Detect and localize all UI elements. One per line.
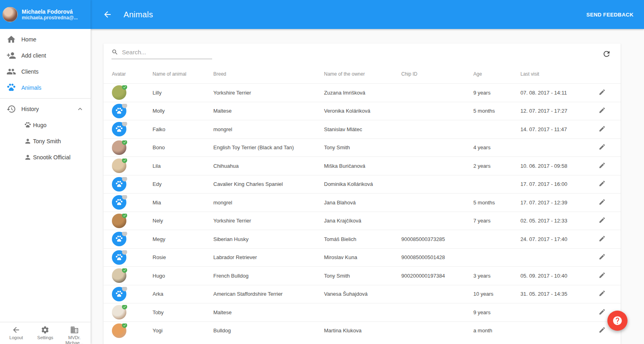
animal-avatar-cell bbox=[112, 104, 153, 118]
edit-row-button[interactable] bbox=[599, 162, 606, 169]
card-toolbar bbox=[103, 43, 621, 64]
search-box[interactable] bbox=[111, 49, 212, 59]
cell-animal-name: Yogi bbox=[153, 328, 213, 334]
cell-last-visit: 05. 09. 2017 - 10:40 bbox=[520, 273, 599, 279]
help-fab-button[interactable] bbox=[607, 311, 627, 331]
search-input[interactable] bbox=[122, 49, 202, 56]
cell-animal-name: Nely bbox=[153, 218, 213, 224]
edit-row-button[interactable] bbox=[599, 198, 606, 206]
cell-age: 10 years bbox=[473, 291, 520, 297]
settings-button[interactable]: Settings bbox=[31, 325, 60, 344]
user-profile[interactable]: Michaela Fodorová michaela.prostredna@..… bbox=[0, 0, 91, 29]
history-item-tony-smith[interactable]: Tony Smith bbox=[0, 133, 91, 149]
table-row[interactable]: Megy Siberian Husky Tomáš Bielich 900085… bbox=[103, 230, 621, 248]
edit-row-button[interactable] bbox=[599, 272, 606, 279]
cell-animal-name: Megy bbox=[153, 236, 213, 242]
edit-row-button[interactable] bbox=[599, 235, 606, 242]
user-avatar bbox=[2, 7, 18, 22]
cell-age: 9 years bbox=[473, 90, 520, 96]
edit-row-button[interactable] bbox=[599, 253, 606, 260]
history-item-label: Snootik Official bbox=[33, 154, 70, 161]
user-name: Michaela Fodorová bbox=[22, 8, 78, 15]
table-row[interactable]: Lila Chihuahua Miška Buričanová 2 years … bbox=[103, 157, 621, 175]
cell-chip-id: 900085000373285 bbox=[401, 236, 473, 242]
sidebar-item-history[interactable]: History bbox=[0, 101, 91, 117]
cell-age: 7 years bbox=[473, 218, 520, 224]
send-feedback-button[interactable]: SEND FEEDBACK bbox=[584, 8, 636, 22]
edit-row-button[interactable] bbox=[599, 326, 606, 334]
footer-button-label: Settings bbox=[32, 335, 58, 340]
user-profile-text: Michaela Fodorová michaela.prostredna@..… bbox=[22, 8, 78, 21]
status-badge bbox=[122, 287, 127, 291]
table-row[interactable]: Lilly Yorkshire Terrier Zuzana Imrišková… bbox=[103, 83, 621, 102]
pencil-icon bbox=[599, 109, 606, 115]
cell-age: 5 months bbox=[473, 108, 520, 114]
animal-avatar-cell bbox=[112, 214, 153, 228]
cell-age: 2 years bbox=[473, 163, 520, 169]
edit-row-button[interactable] bbox=[599, 125, 606, 132]
column-header-breed: Breed bbox=[213, 71, 324, 77]
cell-owner-name: Vanesa Šuhajdová bbox=[324, 291, 401, 297]
status-badge bbox=[122, 104, 127, 108]
verified-badge bbox=[122, 214, 127, 218]
animal-avatar-cell bbox=[112, 232, 153, 246]
edit-row-button[interactable] bbox=[599, 216, 606, 224]
cell-owner-name: Stanislav Mlátec bbox=[324, 126, 401, 132]
table-row[interactable]: Falko mongrel Stanislav Mlátec 14. 07. 2… bbox=[103, 120, 621, 138]
table-row[interactable]: Nely Yorkshire Terrier Jana Krajčíková 7… bbox=[103, 212, 621, 230]
cell-breed: Siberian Husky bbox=[213, 236, 324, 242]
table-row[interactable]: Arka American Staffordshire Terrier Vane… bbox=[103, 285, 621, 303]
table-row[interactable]: Molly Maltese Veronika Koláriková 5 mont… bbox=[103, 102, 621, 120]
table-row[interactable]: Hugo French Bulldog Tony Smith 900200000… bbox=[103, 266, 621, 285]
table-row[interactable]: Toby Maltese 9 years bbox=[103, 303, 621, 321]
cell-age: 4 years bbox=[473, 144, 520, 150]
cell-last-visit: 31. 05. 2017 - 14:35 bbox=[520, 291, 599, 297]
cell-breed: English Toy Terrier (Black and Tan) bbox=[213, 144, 324, 150]
sidebar-item-clients[interactable]: Clients bbox=[0, 64, 91, 80]
back-button[interactable] bbox=[103, 10, 112, 19]
mvdr-michae-button[interactable]: MVDr. Michae... bbox=[60, 325, 89, 344]
sidebar-item-label: Clients bbox=[21, 68, 84, 75]
animal-avatar-cell bbox=[112, 85, 153, 100]
table-row[interactable]: Yogi Bulldog Martina Klukova a month bbox=[103, 321, 621, 340]
edit-row-button[interactable] bbox=[599, 143, 606, 150]
refresh-button[interactable] bbox=[602, 49, 611, 58]
table-row[interactable]: Bono English Toy Terrier (Black and Tan)… bbox=[103, 138, 621, 157]
edit-row-button[interactable] bbox=[599, 308, 606, 315]
sidebar-item-animals[interactable]: Animals bbox=[0, 80, 91, 96]
cell-animal-name: Arka bbox=[153, 291, 213, 297]
verified-badge bbox=[122, 268, 127, 273]
person-icon bbox=[24, 154, 31, 161]
history-item-hugo[interactable]: Hugo bbox=[0, 117, 91, 133]
app-bar: Animals SEND FEEDBACK bbox=[91, 0, 644, 29]
animal-avatar-cell bbox=[112, 177, 153, 192]
history-item-snootik-official[interactable]: Snootik Official bbox=[0, 149, 91, 165]
cell-breed: Yorkshire Terrier bbox=[213, 218, 324, 224]
table-row[interactable]: Mia mongrel Jana Blahová 5 months 17. 07… bbox=[103, 193, 621, 212]
pencil-icon bbox=[599, 292, 606, 298]
help-icon bbox=[612, 315, 623, 326]
edit-row-button[interactable] bbox=[599, 107, 606, 114]
verified-badge bbox=[122, 85, 127, 90]
verified-badge bbox=[122, 140, 127, 145]
pencil-icon bbox=[599, 164, 606, 170]
edit-row-button[interactable] bbox=[599, 89, 606, 96]
sidebar-item-home[interactable]: Home bbox=[0, 31, 91, 47]
table-row[interactable]: Rosie Labrador Retriever Miroslav Kuna 9… bbox=[103, 248, 621, 267]
edit-row-button[interactable] bbox=[599, 290, 606, 297]
cell-owner-name: Tomáš Bielich bbox=[324, 236, 401, 242]
building-icon bbox=[70, 325, 79, 334]
logout-button[interactable]: Logout bbox=[2, 325, 31, 344]
edit-row-button[interactable] bbox=[599, 180, 606, 187]
footer-button-label: MVDr. Michae... bbox=[62, 335, 87, 344]
cell-owner-name: Tony Smith bbox=[324, 273, 401, 279]
sidebar-item-add-client[interactable]: Add client bbox=[0, 47, 91, 64]
chevron-up-icon[interactable] bbox=[76, 105, 84, 113]
sidebar-item-label: History bbox=[21, 106, 76, 112]
paw-icon bbox=[6, 83, 16, 93]
column-header-age: Age bbox=[473, 71, 520, 77]
table-header-row: AvatarName of animalBreedName of the own… bbox=[103, 64, 621, 83]
column-header-avatar: Avatar bbox=[112, 71, 153, 77]
table-row[interactable]: Edy Cavalier King Charles Spaniel Domini… bbox=[103, 175, 621, 194]
cell-animal-name: Hugo bbox=[153, 273, 213, 279]
